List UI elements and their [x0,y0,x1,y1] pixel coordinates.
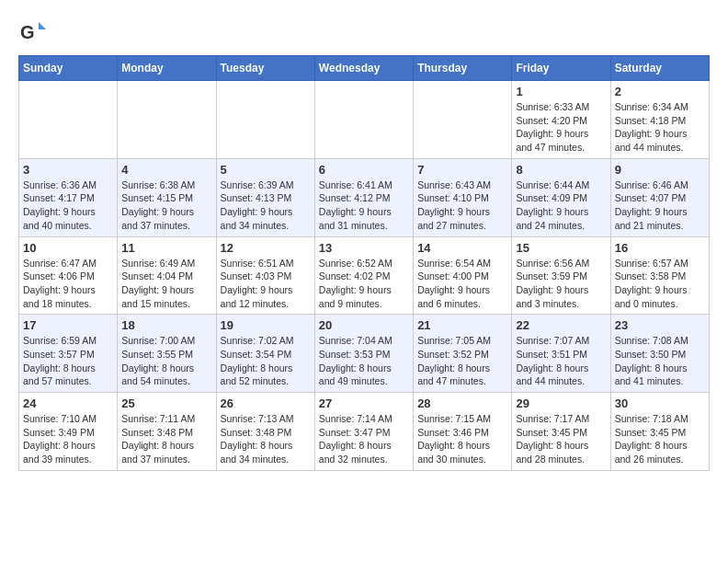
day-info: Sunrise: 7:15 AMSunset: 3:46 PMDaylight:… [417,412,507,466]
calendar-cell: 28Sunrise: 7:15 AMSunset: 3:46 PMDayligh… [414,393,512,471]
day-number: 24 [23,396,113,410]
logo-icon: G [18,18,46,46]
calendar-cell: 21Sunrise: 7:05 AMSunset: 3:52 PMDayligh… [414,315,512,393]
day-number: 18 [121,318,211,332]
day-number: 5 [221,163,311,177]
day-info: Sunrise: 6:47 AMSunset: 4:06 PMDaylight:… [23,257,113,311]
day-number: 9 [615,163,705,177]
weekday-header: Friday [512,56,610,81]
day-info: Sunrise: 7:14 AMSunset: 3:47 PMDaylight:… [319,412,409,466]
calendar-cell: 20Sunrise: 7:04 AMSunset: 3:53 PMDayligh… [314,315,413,393]
day-info: Sunrise: 6:51 AMSunset: 4:03 PMDaylight:… [221,257,311,311]
day-number: 28 [417,396,507,410]
day-number: 11 [121,241,211,255]
weekday-header: Sunday [19,56,118,81]
day-number: 2 [615,85,705,98]
day-info: Sunrise: 6:41 AMSunset: 4:12 PMDaylight:… [319,178,409,233]
day-info: Sunrise: 6:46 AMSunset: 4:07 PMDaylight:… [615,178,705,233]
day-info: Sunrise: 6:34 AMSunset: 4:18 PMDaylight:… [615,100,705,155]
day-number: 29 [516,396,606,410]
calendar-week-row: 10Sunrise: 6:47 AMSunset: 4:06 PMDayligh… [19,236,710,315]
day-number: 17 [23,318,113,332]
day-info: Sunrise: 6:43 AMSunset: 4:10 PMDaylight:… [417,178,507,233]
day-info: Sunrise: 6:36 AMSunset: 4:17 PMDaylight:… [23,178,113,233]
calendar-week-row: 17Sunrise: 6:59 AMSunset: 3:57 PMDayligh… [19,315,710,393]
calendar-cell: 26Sunrise: 7:13 AMSunset: 3:48 PMDayligh… [216,393,314,471]
day-number: 14 [417,241,507,255]
svg-marker-1 [39,22,46,29]
calendar-cell: 16Sunrise: 6:57 AMSunset: 3:58 PMDayligh… [610,236,709,315]
weekday-header: Saturday [610,56,709,81]
calendar-cell [118,81,216,159]
calendar-cell: 14Sunrise: 6:54 AMSunset: 4:00 PMDayligh… [414,236,512,315]
calendar-week-row: 1Sunrise: 6:33 AMSunset: 4:20 PMDaylight… [19,81,710,159]
weekday-header: Wednesday [314,56,413,81]
day-number: 25 [121,396,211,410]
day-info: Sunrise: 6:57 AMSunset: 3:58 PMDaylight:… [615,257,705,311]
day-number: 27 [319,396,409,410]
day-number: 6 [319,163,409,177]
calendar-cell [216,81,314,159]
weekday-header: Tuesday [216,56,314,81]
calendar-table: SundayMondayTuesdayWednesdayThursdayFrid… [18,55,710,471]
weekday-header: Thursday [414,56,512,81]
day-number: 22 [516,318,606,332]
day-number: 20 [319,318,409,332]
calendar-cell: 9Sunrise: 6:46 AMSunset: 4:07 PMDaylight… [610,158,709,236]
day-info: Sunrise: 7:07 AMSunset: 3:51 PMDaylight:… [516,334,606,388]
day-info: Sunrise: 6:44 AMSunset: 4:09 PMDaylight:… [516,178,606,233]
day-number: 26 [221,396,311,410]
day-info: Sunrise: 6:39 AMSunset: 4:13 PMDaylight:… [221,178,311,233]
calendar-cell: 18Sunrise: 7:00 AMSunset: 3:55 PMDayligh… [118,315,216,393]
day-info: Sunrise: 6:56 AMSunset: 3:59 PMDaylight:… [516,257,606,311]
calendar-cell: 3Sunrise: 6:36 AMSunset: 4:17 PMDaylight… [19,158,118,236]
calendar-week-row: 3Sunrise: 6:36 AMSunset: 4:17 PMDaylight… [19,158,710,236]
calendar-cell: 6Sunrise: 6:41 AMSunset: 4:12 PMDaylight… [314,158,413,236]
calendar-cell: 15Sunrise: 6:56 AMSunset: 3:59 PMDayligh… [512,236,610,315]
day-info: Sunrise: 7:02 AMSunset: 3:54 PMDaylight:… [221,334,311,388]
day-number: 4 [121,163,211,177]
calendar-cell: 8Sunrise: 6:44 AMSunset: 4:09 PMDaylight… [512,158,610,236]
day-info: Sunrise: 7:17 AMSunset: 3:45 PMDaylight:… [516,412,606,466]
logo: G [18,18,50,46]
calendar-cell: 25Sunrise: 7:11 AMSunset: 3:48 PMDayligh… [118,393,216,471]
day-info: Sunrise: 6:59 AMSunset: 3:57 PMDaylight:… [23,334,113,388]
calendar-cell [414,81,512,159]
day-info: Sunrise: 6:33 AMSunset: 4:20 PMDaylight:… [516,100,606,155]
day-number: 10 [23,241,113,255]
page-header: G [18,18,710,46]
day-info: Sunrise: 6:38 AMSunset: 4:15 PMDaylight:… [121,178,211,233]
calendar-cell: 13Sunrise: 6:52 AMSunset: 4:02 PMDayligh… [314,236,413,315]
day-info: Sunrise: 6:52 AMSunset: 4:02 PMDaylight:… [319,257,409,311]
day-info: Sunrise: 7:04 AMSunset: 3:53 PMDaylight:… [319,334,409,388]
calendar-week-row: 24Sunrise: 7:10 AMSunset: 3:49 PMDayligh… [19,393,710,471]
day-number: 7 [417,163,507,177]
calendar-cell: 7Sunrise: 6:43 AMSunset: 4:10 PMDaylight… [414,158,512,236]
calendar-cell: 23Sunrise: 7:08 AMSunset: 3:50 PMDayligh… [610,315,709,393]
calendar-cell: 10Sunrise: 6:47 AMSunset: 4:06 PMDayligh… [19,236,118,315]
day-number: 13 [319,241,409,255]
day-number: 1 [516,85,606,98]
day-info: Sunrise: 7:00 AMSunset: 3:55 PMDaylight:… [121,334,211,388]
day-info: Sunrise: 7:18 AMSunset: 3:45 PMDaylight:… [615,412,705,466]
day-info: Sunrise: 7:11 AMSunset: 3:48 PMDaylight:… [121,412,211,466]
day-number: 23 [615,318,705,332]
calendar-cell: 29Sunrise: 7:17 AMSunset: 3:45 PMDayligh… [512,393,610,471]
calendar-header-row: SundayMondayTuesdayWednesdayThursdayFrid… [19,56,710,81]
weekday-header: Monday [118,56,216,81]
svg-text:G: G [20,22,35,42]
day-number: 16 [615,241,705,255]
calendar-cell: 2Sunrise: 6:34 AMSunset: 4:18 PMDaylight… [610,81,709,159]
day-number: 8 [516,163,606,177]
day-number: 12 [221,241,311,255]
calendar-cell: 12Sunrise: 6:51 AMSunset: 4:03 PMDayligh… [216,236,314,315]
calendar-cell: 5Sunrise: 6:39 AMSunset: 4:13 PMDaylight… [216,158,314,236]
calendar-cell: 17Sunrise: 6:59 AMSunset: 3:57 PMDayligh… [19,315,118,393]
day-info: Sunrise: 7:13 AMSunset: 3:48 PMDaylight:… [221,412,311,466]
day-info: Sunrise: 6:54 AMSunset: 4:00 PMDaylight:… [417,257,507,311]
day-number: 3 [23,163,113,177]
calendar-cell: 19Sunrise: 7:02 AMSunset: 3:54 PMDayligh… [216,315,314,393]
day-info: Sunrise: 6:49 AMSunset: 4:04 PMDaylight:… [121,257,211,311]
day-number: 21 [417,318,507,332]
calendar-cell: 1Sunrise: 6:33 AMSunset: 4:20 PMDaylight… [512,81,610,159]
